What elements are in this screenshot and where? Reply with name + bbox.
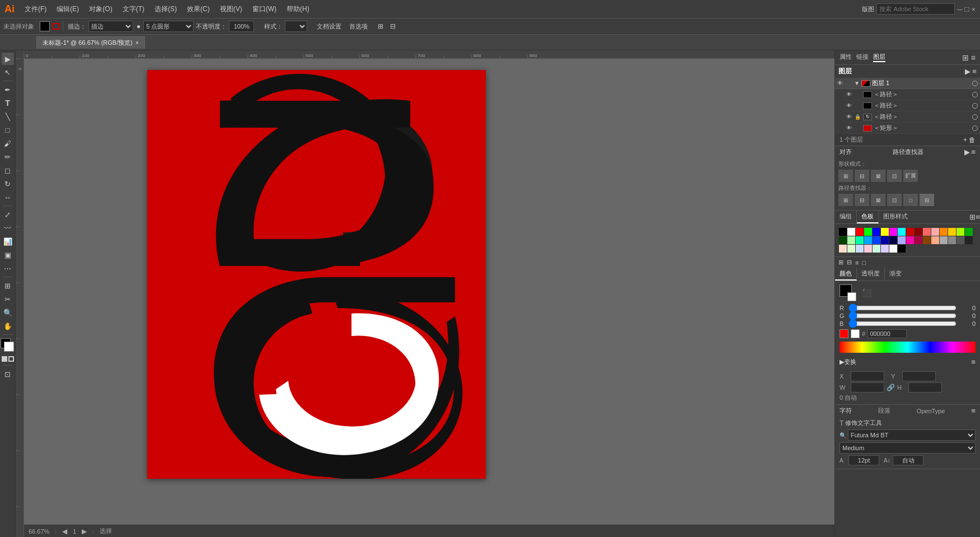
opacity-input[interactable] (229, 21, 254, 32)
next-page[interactable]: ▶ (82, 527, 87, 535)
tab-gradient[interactable]: 渐变 (885, 268, 906, 281)
link-wh-icon[interactable]: 🔗 (887, 384, 895, 391)
zoom-tool[interactable]: 🔍 (2, 306, 14, 319)
color-spectrum[interactable] (840, 342, 976, 353)
sub-circle-3[interactable] (972, 114, 978, 120)
color-swatch[interactable] (923, 228, 931, 236)
sublayer-path-2[interactable]: 👁 ＜路径＞ (844, 100, 980, 111)
layer-vis-1[interactable]: 👁 (837, 80, 844, 86)
swatches-grid-btn[interactable]: ⊞ (969, 211, 976, 223)
exclude-button[interactable]: ⊡ (887, 170, 902, 182)
doc-settings-button[interactable]: 文档设置 (314, 21, 344, 32)
graph-tool[interactable]: 📊 (2, 235, 14, 248)
color-swatch[interactable] (965, 228, 973, 236)
new-layer-button[interactable]: + (963, 136, 967, 144)
sublayer-rect[interactable]: 👁 ＜矩形＞ (844, 123, 980, 134)
menu-edit[interactable]: 编辑(E) (52, 2, 83, 16)
preferences-button[interactable]: 首选项 (346, 21, 371, 32)
menu-help[interactable]: 帮助(H) (282, 2, 314, 16)
color-swatch[interactable] (847, 245, 855, 253)
panel-tab-properties[interactable]: 属性 (840, 53, 852, 62)
paintbrush-tool[interactable]: 🖌 (2, 137, 14, 150)
color-swatch[interactable] (873, 236, 880, 244)
menu-text[interactable]: 文字(T) (118, 2, 149, 16)
b-slider[interactable] (848, 321, 956, 326)
color-swatch[interactable] (889, 236, 897, 244)
layer-circle-1[interactable] (972, 81, 978, 86)
r-slider[interactable] (848, 306, 956, 310)
fill-icon[interactable] (2, 356, 7, 362)
minus-back-button[interactable]: ⊟ (920, 194, 934, 206)
color-swatch[interactable] (931, 236, 939, 244)
maximize-button[interactable]: □ (965, 5, 969, 13)
sub-vis-1[interactable]: 👁 (846, 91, 853, 97)
sublayer-path-1[interactable]: 👁 ＜路径＞ (844, 89, 980, 100)
unite-button[interactable]: ⊞ (838, 170, 853, 182)
close-button[interactable]: × (971, 5, 976, 13)
color-swatch[interactable] (915, 228, 922, 236)
merge-button[interactable]: ⊠ (871, 194, 885, 206)
document-tab[interactable]: 未标题-1* @ 66.67% (RGB/预览) × (36, 36, 145, 49)
align-expand[interactable]: ▶ (964, 148, 970, 156)
rect-tool[interactable]: □ (2, 124, 14, 136)
transform-menu[interactable]: ≡ (971, 358, 976, 366)
color-swatches[interactable] (1, 338, 15, 353)
color-swatch[interactable] (856, 228, 864, 236)
tab-graphic-styles[interactable]: 图形样式 (879, 211, 912, 223)
intersect-button[interactable]: ⊠ (871, 170, 885, 182)
menu-file[interactable]: 文件(F) (20, 2, 51, 16)
stroke-icon[interactable] (8, 356, 14, 362)
align-menu[interactable]: ≡ (971, 148, 976, 156)
canvas-scroll[interactable]: 66.67% | ◀ 1 ▶ | 选择 (24, 59, 834, 537)
hex-stroke-swatch[interactable] (851, 329, 860, 338)
stroke-swatch-big[interactable] (847, 292, 856, 301)
line-tool[interactable]: ╲ (2, 110, 14, 123)
color-swatch[interactable] (889, 245, 897, 253)
arrange-btn-1[interactable]: ⊞ (375, 21, 386, 31)
color-swatch[interactable] (839, 228, 847, 236)
color-swatch[interactable] (873, 245, 880, 253)
color-swatch[interactable] (856, 245, 864, 253)
stroke-color[interactable] (53, 23, 59, 30)
menu-object[interactable]: 对象(O) (85, 2, 116, 16)
arrange-btn-2[interactable]: ⊟ (387, 21, 398, 31)
type-tool[interactable]: T (2, 97, 14, 109)
color-panel-btn-2[interactable]: ⊟ (847, 259, 852, 266)
color-swatch[interactable] (856, 236, 864, 244)
tab-color[interactable]: 颜色 (835, 268, 857, 281)
panel-tab-layers[interactable]: 图层 (873, 53, 885, 62)
rotate-tool[interactable]: ↻ (2, 178, 14, 190)
tab-group[interactable]: 编组 (835, 211, 857, 223)
delete-layer-button[interactable]: 🗑 (969, 136, 976, 144)
crop-button[interactable]: ⊡ (887, 194, 902, 206)
char-tab-para[interactable]: 段落 (878, 407, 890, 415)
color-swatch[interactable] (839, 236, 847, 244)
color-swatch[interactable] (881, 236, 889, 244)
pencil-tool[interactable]: ✏ (2, 151, 14, 163)
color-swatch[interactable] (898, 236, 906, 244)
layers-expand[interactable]: ▶ (965, 67, 970, 76)
slice-tool[interactable]: ✂ (2, 293, 14, 305)
color-swatch[interactable] (906, 236, 914, 244)
swatches-list-btn[interactable]: ≡ (976, 211, 980, 223)
color-swatch[interactable] (847, 228, 855, 236)
color-swatch[interactable] (864, 245, 872, 253)
sub-vis-2[interactable]: 👁 (846, 102, 853, 109)
color-swatch[interactable] (898, 245, 906, 253)
y-input[interactable]: 764.64 (902, 371, 936, 381)
direct-selection-tool[interactable]: ↖ (2, 66, 14, 78)
color-swatch[interactable] (873, 228, 880, 236)
menu-effect[interactable]: 效果(C) (182, 2, 214, 16)
minimize-button[interactable]: ─ (957, 5, 962, 13)
color-swatch[interactable] (940, 236, 948, 244)
pen-tool[interactable]: ✒ (2, 83, 14, 96)
hand-tool[interactable]: ✋ (2, 320, 14, 332)
search-stock[interactable] (876, 3, 955, 15)
color-panel-btn-3[interactable]: ≡ (855, 259, 859, 266)
tab-swatches[interactable]: 色板 (857, 211, 879, 223)
h-input[interactable]: 100% (908, 382, 942, 393)
hex-fill-swatch[interactable] (840, 329, 848, 338)
color-swatch[interactable] (864, 236, 872, 244)
eraser-tool[interactable]: ◻ (2, 164, 14, 176)
reflect-tool[interactable]: ↔ (2, 191, 14, 203)
